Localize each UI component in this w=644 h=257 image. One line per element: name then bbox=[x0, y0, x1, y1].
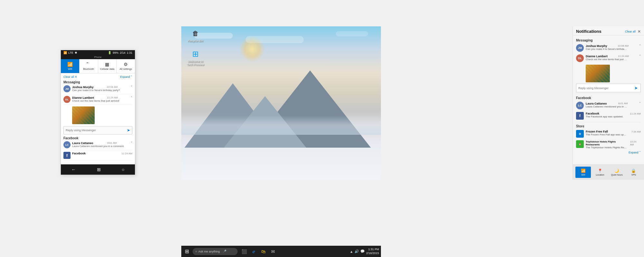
footer-quiet-icon: 🌙 bbox=[614, 169, 619, 173]
wifi-label: Wifi bbox=[68, 68, 72, 70]
taskbar-volume-icon[interactable]: 🔊 bbox=[355, 249, 359, 253]
notif-body: Messaging JM Joshua Murphy 10:08 AM ˅ Ca… bbox=[573, 35, 644, 164]
notif-divider-1 bbox=[576, 94, 641, 94]
phone-clear-all-button[interactable]: Clear all ✕ bbox=[63, 75, 77, 78]
time-label: 1:31 bbox=[127, 51, 132, 54]
cellular-label: Cellular data bbox=[100, 68, 114, 70]
notif-msg-ta: The TripAdvisor Hotels Flights Restauran… bbox=[586, 146, 628, 149]
phone-notif-laura-msg: Laura Cattaneo mentioned you in a commen… bbox=[72, 145, 132, 148]
taskbar-sys-arrow[interactable]: ▲ bbox=[350, 250, 353, 253]
quick-btn-settings[interactable]: ⚙ All settings bbox=[117, 59, 135, 73]
bluetooth-icon: ✱ bbox=[75, 51, 77, 54]
notif-item-laura: LC Laura Cattaneo 8:01 AM ˅ Laura Cattan… bbox=[573, 100, 644, 111]
notif-content-laura: Laura Cattaneo 8:01 AM ˅ Laura Cattaneo … bbox=[586, 102, 641, 108]
notif-content-fb: Facebook 11:24 AM The Facebook app was u… bbox=[586, 112, 641, 118]
taskview-icon[interactable]: ⬛ bbox=[240, 246, 249, 257]
phone-notif-joshua: JM Joshua Murphy 10:08 AM ˅ Can you make… bbox=[63, 85, 132, 94]
desktop-screen: 🗑 Recycle Bin ⊞ Welcome to Tech Preview bbox=[181, 26, 381, 180]
footer-vpn-icon: 🔒 bbox=[631, 169, 636, 173]
phone-notif-dianne-time: 11:24 AM bbox=[107, 96, 118, 99]
phone-search-button[interactable]: ○ bbox=[117, 167, 129, 172]
phone-quick-actions: 📶 Wifi ᷉ Bluetooth ▦ Cellular data ⚙ All… bbox=[61, 59, 135, 73]
notif-item-joshua: JM Joshua Murphy 10:08 AM ˅ Can you make… bbox=[573, 43, 644, 53]
quick-btn-cellular[interactable]: ▦ Cellular data bbox=[98, 59, 117, 73]
quick-btn-bluetooth[interactable]: ᷉ Bluetooth bbox=[80, 59, 98, 73]
taskbar-clock[interactable]: 1:31 PM 2/16/2015 bbox=[366, 248, 379, 255]
notif-chevron-joshua: ˅ bbox=[639, 44, 641, 48]
fog-layer bbox=[181, 115, 381, 135]
phone-facebook-section: Facebook LC Laura Cattaneo 8:01 AM ˅ Lau… bbox=[63, 136, 132, 161]
mail-icon[interactable]: ✉ bbox=[269, 246, 278, 257]
recycle-bin-icon[interactable]: 🗑 Recycle Bin bbox=[186, 28, 205, 42]
cellular-icon: ▦ bbox=[105, 62, 109, 67]
taskbar-notifications-icon[interactable]: 💬 bbox=[360, 249, 365, 253]
cloud2 bbox=[246, 36, 304, 43]
quick-btn-wifi[interactable]: 📶 Wifi bbox=[61, 59, 80, 73]
welcome-icon[interactable]: ⊞ Welcome to Tech Preview bbox=[186, 49, 205, 66]
notif-time-joshua: 10:08 AM bbox=[618, 44, 629, 47]
notif-clear-all-button[interactable]: Clear all bbox=[625, 30, 636, 33]
notif-footer-quiet[interactable]: 🌙 Quiet hours bbox=[609, 167, 625, 178]
desktop-background: 🗑 Recycle Bin ⊞ Welcome to Tech Preview bbox=[181, 26, 381, 180]
phone-notif-dianne-chevron: ˅ bbox=[131, 96, 132, 99]
phone-notif-dianne-content: Dianne Lambert 11:24 AM ˅ Check out the … bbox=[72, 96, 132, 102]
phone-notif-joshua-name: Joshua Murphy bbox=[72, 86, 94, 89]
store-icon[interactable]: 🛍 bbox=[259, 246, 268, 257]
notif-footer-wifi[interactable]: 📶 Wifi bbox=[575, 167, 591, 178]
notif-send-icon[interactable]: ➤ bbox=[632, 84, 640, 92]
notif-reply-box: ➤ bbox=[576, 84, 641, 92]
notif-content-dianne: Dianne Lambert 11:24 AM ˅ Check out the … bbox=[586, 54, 641, 61]
footer-wifi-label: Wifi bbox=[581, 174, 585, 176]
settings-icon: ⚙ bbox=[124, 62, 128, 67]
phone-notif-fb-content: Facebook 11:24 AM bbox=[72, 152, 132, 155]
ie-icon[interactable]: ℯ bbox=[249, 246, 258, 257]
notif-ta-icon: 🦉 bbox=[576, 140, 584, 148]
notif-name-frozen: Frozen Free Fall bbox=[586, 130, 608, 133]
notif-avatar-laura: LC bbox=[576, 102, 584, 109]
phone-notif-laura: LC Laura Cattaneo 8:01 AM ˅ Laura Cattan… bbox=[63, 141, 132, 150]
system-icons: ▲ 🔊 💬 bbox=[350, 249, 365, 253]
notif-msg-frozen: The Frozen Free Fall app was updated. bbox=[586, 133, 628, 136]
phone-home-button[interactable]: ⊞ bbox=[92, 167, 106, 172]
notif-avatar-dianne: DL bbox=[576, 54, 584, 62]
phone-notif-fb-name: Facebook bbox=[72, 152, 86, 155]
footer-location-label: Location bbox=[596, 174, 604, 176]
notif-time-dianne: 11:24 AM bbox=[618, 55, 629, 58]
notif-facebook-icon: f bbox=[576, 112, 584, 120]
notif-close-button[interactable]: ✕ bbox=[638, 29, 641, 34]
phone-notif-dianne-name: Dianne Lambert bbox=[72, 96, 94, 99]
phone-expand-button[interactable]: Expand ˅ bbox=[120, 75, 132, 78]
phone-back-button[interactable]: ← bbox=[67, 167, 81, 172]
phone-facebook-title: Facebook bbox=[63, 136, 132, 140]
phone-notif-laura-content: Laura Cattaneo 8:01 AM ˅ Laura Cattaneo … bbox=[72, 141, 132, 148]
start-button[interactable]: ⊞ bbox=[181, 246, 193, 257]
taskbar-app-icons: ⬛ ℯ 🛍 ✉ bbox=[240, 246, 278, 257]
phone-avatar-laura: LC bbox=[63, 141, 71, 148]
phone-ui: 📶 LTE ✱ 🔋 99% 2/14 1:31 Phone 📶 Wifi ᷉ B… bbox=[61, 50, 135, 175]
bluetooth-label: Bluetooth bbox=[83, 68, 94, 70]
welcome-label: Welcome to Tech Preview bbox=[187, 60, 204, 66]
phone-label: Phone bbox=[61, 55, 135, 59]
phone-send-icon[interactable]: ➤ bbox=[125, 126, 132, 134]
notif-reply-input[interactable] bbox=[576, 85, 632, 91]
notif-time-ta: 10:24 AM bbox=[630, 140, 641, 146]
notif-store-title: Store bbox=[573, 123, 644, 129]
phone-reply-box: ➤ bbox=[63, 126, 132, 134]
taskbar-date: 2/16/2015 bbox=[366, 252, 379, 255]
notif-item-frozen: ❄ Frozen Free Fall 7:34 AM The Frozen Fr… bbox=[573, 129, 644, 139]
notif-msg-dianne: Check out the new items that just arrive… bbox=[586, 58, 628, 61]
notif-footer-vpn[interactable]: 🔒 VPN bbox=[626, 167, 641, 178]
taskbar-search-box[interactable]: ○ Ask me anything 🎤 bbox=[193, 248, 238, 255]
notif-footer-buttons: 📶 Wifi 📍 Location 🌙 Quiet hours 🔒 VPN bbox=[575, 167, 641, 178]
phone-messaging-title: Messaging bbox=[63, 80, 132, 84]
phone-reply-input[interactable] bbox=[64, 127, 125, 133]
taskbar-system-tray: ▲ 🔊 💬 1:31 PM 2/16/2015 bbox=[350, 248, 381, 255]
notif-header: Notifications Clear all ✕ bbox=[573, 26, 644, 35]
notif-msg-laura: Laura Cattaneo mentioned you in a commen… bbox=[586, 105, 628, 108]
phone-expand-label: Expand ˅ bbox=[120, 75, 132, 78]
notif-content-frozen: Frozen Free Fall 7:34 AM The Frozen Free… bbox=[586, 130, 641, 136]
notif-expand-button[interactable]: Expand ˄ bbox=[629, 151, 641, 154]
recycle-bin-label: Recycle Bin bbox=[188, 39, 203, 42]
notif-footer-location[interactable]: 📍 Location bbox=[592, 167, 608, 178]
notif-name-ta: TripAdvisor Hotels Flights Restaurants bbox=[586, 140, 630, 146]
